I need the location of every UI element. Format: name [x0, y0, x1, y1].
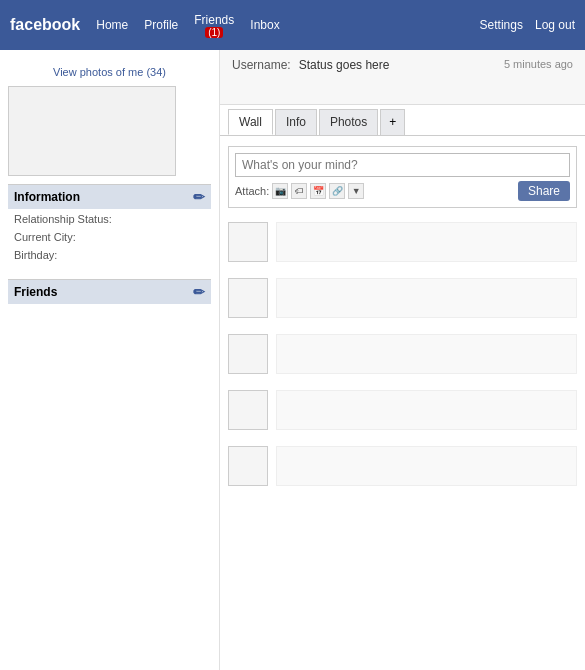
nav-right: Settings Log out [480, 18, 575, 32]
post-avatar-5 [228, 446, 268, 486]
post-placeholder-1 [228, 218, 577, 266]
view-photos-link[interactable]: View photos of me (34) [8, 66, 211, 78]
tab-plus[interactable]: + [380, 109, 405, 135]
profile-tabs: Wall Info Photos + [220, 105, 585, 136]
post-content-1 [276, 222, 577, 262]
attach-section: Attach: 📷 🏷 📅 🔗 ▼ [235, 183, 364, 199]
information-edit-icon[interactable]: ✏ [193, 189, 205, 205]
profile-time: 5 minutes ago [504, 58, 573, 70]
birthday-row: Birthday: [14, 249, 205, 261]
main-container: View photos of me (34) Information ✏ Rel… [0, 50, 585, 670]
tab-wall[interactable]: Wall [228, 109, 273, 135]
friends-section-header: Friends ✏ [8, 279, 211, 304]
profile-content: Username: Status goes here 5 minutes ago… [220, 50, 585, 670]
post-placeholder-4 [228, 386, 577, 434]
username-label: Username: [232, 58, 291, 72]
profile-name-status: Username: Status goes here [232, 58, 389, 72]
post-placeholder-5 [228, 442, 577, 490]
post-content-3 [276, 334, 577, 374]
current-city-row: Current City: [14, 231, 205, 243]
post-content-4 [276, 390, 577, 430]
tag-icon: 🏷 [295, 186, 304, 196]
profile-photo-box [8, 86, 176, 176]
calendar-icon: 📅 [313, 186, 324, 196]
nav-settings[interactable]: Settings [480, 18, 523, 32]
posts-area [220, 218, 585, 490]
post-content-5 [276, 446, 577, 486]
sidebar: View photos of me (34) Information ✏ Rel… [0, 50, 220, 670]
status-box: Attach: 📷 🏷 📅 🔗 ▼ [228, 146, 577, 208]
attach-link-btn[interactable]: 🔗 [329, 183, 345, 199]
tab-photos[interactable]: Photos [319, 109, 378, 135]
nav-link-profile[interactable]: Profile [144, 18, 178, 32]
nav-logo[interactable]: facebook [10, 16, 80, 34]
nav-link-home[interactable]: Home [96, 18, 128, 32]
nav-left: facebook Home Profile Friends (1) Inbox [10, 13, 280, 38]
friends-edit-icon[interactable]: ✏ [193, 284, 205, 300]
post-placeholder-3 [228, 330, 577, 378]
attach-photo-btn[interactable]: 📷 [272, 183, 288, 199]
status-toolbar: Attach: 📷 🏷 📅 🔗 ▼ [235, 181, 570, 201]
attach-tag-btn[interactable]: 🏷 [291, 183, 307, 199]
post-placeholder-2 [228, 274, 577, 322]
post-avatar-4 [228, 390, 268, 430]
status-input[interactable] [235, 153, 570, 177]
profile-status: Status goes here [299, 58, 390, 72]
attach-label: Attach: [235, 185, 269, 197]
information-content: Relationship Status: Current City: Birth… [8, 209, 211, 271]
post-avatar-3 [228, 334, 268, 374]
relationship-status-row: Relationship Status: [14, 213, 205, 225]
attach-more-btn[interactable]: ▼ [348, 183, 364, 199]
tab-info[interactable]: Info [275, 109, 317, 135]
post-content-2 [276, 278, 577, 318]
dropdown-icon: ▼ [352, 186, 361, 196]
profile-header: Username: Status goes here 5 minutes ago [220, 50, 585, 105]
nav-link-friends[interactable]: Friends (1) [194, 13, 234, 38]
information-section-header: Information ✏ [8, 184, 211, 209]
friends-badge: (1) [205, 27, 223, 38]
nav-link-inbox[interactable]: Inbox [250, 18, 279, 32]
share-button[interactable]: Share [518, 181, 570, 201]
navbar: facebook Home Profile Friends (1) Inbox … [0, 0, 585, 50]
post-avatar-1 [228, 222, 268, 262]
post-avatar-2 [228, 278, 268, 318]
link-icon: 🔗 [332, 186, 343, 196]
photo-icon: 📷 [275, 186, 286, 196]
nav-logout[interactable]: Log out [535, 18, 575, 32]
attach-event-btn[interactable]: 📅 [310, 183, 326, 199]
